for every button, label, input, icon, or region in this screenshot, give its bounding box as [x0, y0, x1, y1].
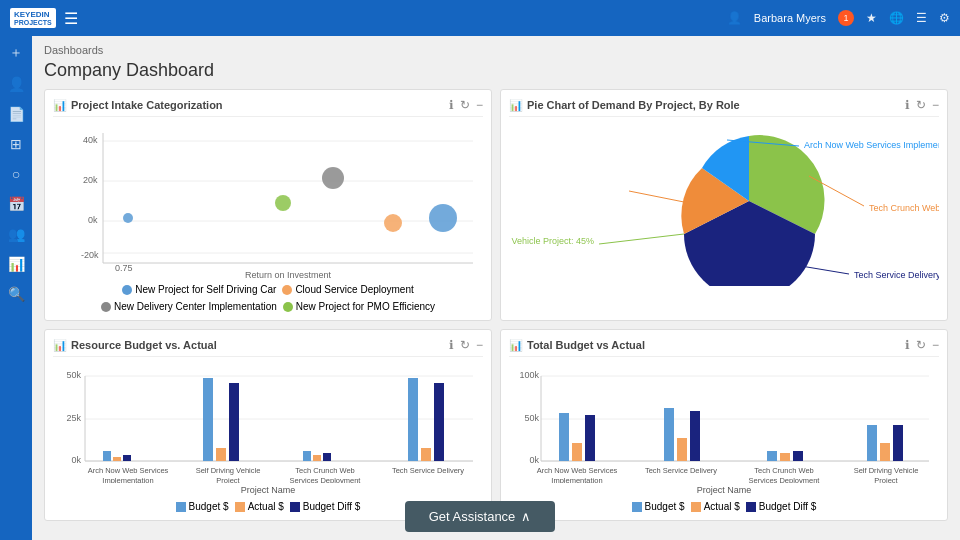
total-minimize-icon[interactable]: − — [932, 338, 939, 352]
legend-dot-3 — [101, 302, 111, 312]
top-nav: KEYEDIN PROJECTS ☰ 👤 Barbara Myers 1 ★ 🌐… — [0, 0, 960, 36]
svg-rect-47 — [323, 453, 331, 461]
svg-line-18 — [599, 234, 684, 244]
pie-widget: 📊 Pie Chart of Demand By Project, By Rol… — [500, 89, 948, 321]
legend-item-2: Cloud Service Deployment — [282, 284, 413, 295]
svg-text:Implementation: Implementation — [102, 476, 153, 483]
sidebar-chart-icon[interactable]: 📊 — [8, 256, 25, 272]
pie-header: 📊 Pie Chart of Demand By Project, By Rol… — [509, 98, 939, 117]
resource-controls: ℹ ↻ − — [449, 338, 483, 352]
legend-label-4: New Project for PMO Efficiency — [296, 301, 435, 312]
sidebar-grid-icon[interactable]: ⊞ — [10, 136, 22, 152]
total-refresh-icon[interactable]: ↻ — [916, 338, 926, 352]
svg-rect-77 — [880, 443, 890, 461]
star-icon[interactable]: ★ — [866, 11, 877, 25]
scatter-svg: Initial Investment 40k 20k 0k -20k 0.75 — [53, 123, 483, 278]
total-info-icon[interactable]: ℹ — [905, 338, 910, 352]
svg-rect-69 — [690, 411, 700, 461]
svg-text:Self Driving Vehicle: Self Driving Vehicle — [196, 466, 261, 475]
scatter-info-icon[interactable]: ℹ — [449, 98, 454, 112]
svg-text:50k: 50k — [524, 413, 539, 423]
scatter-title: 📊 Project Intake Categorization — [53, 99, 223, 112]
layout: ＋ 👤 📄 ⊞ ○ 📅 👥 📊 🔍 Dashboards Company Das… — [0, 36, 960, 540]
get-assistance-button[interactable]: Get Assistance ∧ — [405, 501, 556, 532]
resource-info-icon[interactable]: ℹ — [449, 338, 454, 352]
resource-bar-chart: 50k 25k 0k Arch Now — [53, 363, 483, 483]
sidebar-person-icon[interactable]: 👤 — [8, 76, 25, 92]
legend-label-2: Cloud Service Deployment — [295, 284, 413, 295]
sidebar-add-icon[interactable]: ＋ — [9, 44, 23, 62]
legend-dot-1 — [122, 285, 132, 295]
svg-rect-40 — [203, 378, 213, 461]
user-icon: 👤 — [727, 11, 742, 25]
svg-rect-71 — [767, 451, 777, 461]
svg-point-16 — [275, 195, 291, 211]
scatter-chart-area: Initial Investment 40k 20k 0k -20k 0.75 — [53, 123, 483, 278]
sidebar-group-icon[interactable]: 👥 — [8, 226, 25, 242]
svg-text:0.75: 0.75 — [115, 263, 133, 273]
resource-bar-svg: 50k 25k 0k Arch Now — [53, 363, 483, 483]
legend-item-4: New Project for PMO Efficiency — [283, 301, 435, 312]
dashboard-grid: 📊 Project Intake Categorization ℹ ↻ − In… — [44, 89, 948, 521]
svg-rect-42 — [229, 383, 239, 461]
nav-right: 👤 Barbara Myers 1 ★ 🌐 ☰ ⚙ — [727, 10, 950, 26]
svg-text:Tech Crunch Web: Tech Crunch Web — [754, 466, 813, 475]
pie-minimize-icon[interactable]: − — [932, 98, 939, 112]
pie-info-icon[interactable]: ℹ — [905, 98, 910, 112]
svg-point-17 — [123, 213, 133, 223]
total-bar-chart: 100k 50k 0k Arch Now — [509, 363, 939, 483]
sidebar-docs-icon[interactable]: 📄 — [8, 106, 25, 122]
svg-point-14 — [384, 214, 402, 232]
bottom-bar: Get Assistance ∧ — [0, 493, 960, 540]
svg-rect-62 — [559, 413, 569, 461]
globe-icon[interactable]: 🌐 — [889, 11, 904, 25]
pie-svg: Self Driving Vehicle Project: 45% Tech S… — [509, 116, 939, 286]
svg-text:Tech Crunch Web: Tech Crunch Web — [295, 466, 354, 475]
svg-text:Tech Service Delivery: 36%: Tech Service Delivery: 36% — [854, 270, 939, 280]
legend-item-1: New Project for Self Driving Car — [122, 284, 276, 295]
svg-rect-50 — [408, 378, 418, 461]
svg-point-13 — [429, 204, 457, 232]
pie-title: 📊 Pie Chart of Demand By Project, By Rol… — [509, 99, 740, 112]
scatter-minimize-icon[interactable]: − — [476, 98, 483, 112]
settings-icon[interactable]: ⚙ — [939, 11, 950, 25]
notification-badge[interactable]: 1 — [838, 10, 854, 26]
resource-chart-icon: 📊 — [53, 339, 67, 352]
resource-refresh-icon[interactable]: ↻ — [460, 338, 470, 352]
sidebar-search-icon[interactable]: 🔍 — [8, 286, 25, 302]
hamburger-icon[interactable]: ☰ — [64, 9, 78, 28]
scatter-chart-icon: 📊 — [53, 99, 67, 112]
resource-minimize-icon[interactable]: − — [476, 338, 483, 352]
logo-text2: PROJECTS — [14, 19, 52, 26]
menu-icon[interactable]: ☰ — [916, 11, 927, 25]
svg-text:Arch Now Web Services: Arch Now Web Services — [537, 466, 618, 475]
legend-item-3: New Delivery Center Implementation — [101, 301, 277, 312]
svg-text:Services Deployment: Services Deployment — [749, 476, 821, 483]
svg-text:40k: 40k — [83, 135, 98, 145]
svg-rect-67 — [664, 408, 674, 461]
svg-rect-73 — [793, 451, 803, 461]
scatter-refresh-icon[interactable]: ↻ — [460, 98, 470, 112]
svg-text:50k: 50k — [66, 370, 81, 380]
total-controls: ℹ ↻ − — [905, 338, 939, 352]
svg-rect-46 — [313, 455, 321, 461]
pie-chart-area: Self Driving Vehicle Project: 45% Tech S… — [509, 123, 939, 278]
svg-rect-36 — [113, 457, 121, 461]
logo: KEYEDIN PROJECTS — [10, 8, 56, 28]
resource-header: 📊 Resource Budget vs. Actual ℹ ↻ − — [53, 338, 483, 357]
get-assistance-label: Get Assistance — [429, 509, 516, 524]
legend-dot-2 — [282, 285, 292, 295]
get-assistance-chevron: ∧ — [521, 509, 531, 524]
sidebar-circle-icon[interactable]: ○ — [12, 166, 20, 182]
sidebar-calendar-icon[interactable]: 📅 — [8, 196, 25, 212]
pie-refresh-icon[interactable]: ↻ — [916, 98, 926, 112]
svg-text:Project: Project — [874, 476, 898, 483]
scatter-legend: New Project for Self Driving Car Cloud S… — [53, 284, 483, 312]
svg-rect-72 — [780, 453, 790, 461]
legend-label-3: New Delivery Center Implementation — [114, 301, 277, 312]
pie-chart-icon: 📊 — [509, 99, 523, 112]
username: Barbara Myers — [754, 12, 826, 24]
page-title: Company Dashboard — [44, 60, 948, 81]
svg-text:Arch Now Web Services Implemen: Arch Now Web Services Implementation: 10… — [804, 140, 939, 150]
legend-dot-4 — [283, 302, 293, 312]
